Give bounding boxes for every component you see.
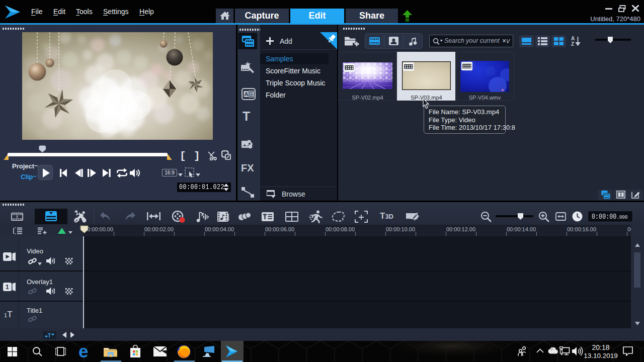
svg-text:1: 1 (6, 284, 9, 291)
svg-text:A: A (245, 91, 249, 97)
svg-text:Z: Z (571, 41, 574, 47)
svg-text:B: B (250, 91, 254, 97)
svg-text:A: A (571, 36, 575, 41)
svg-text:T: T (48, 333, 51, 338)
